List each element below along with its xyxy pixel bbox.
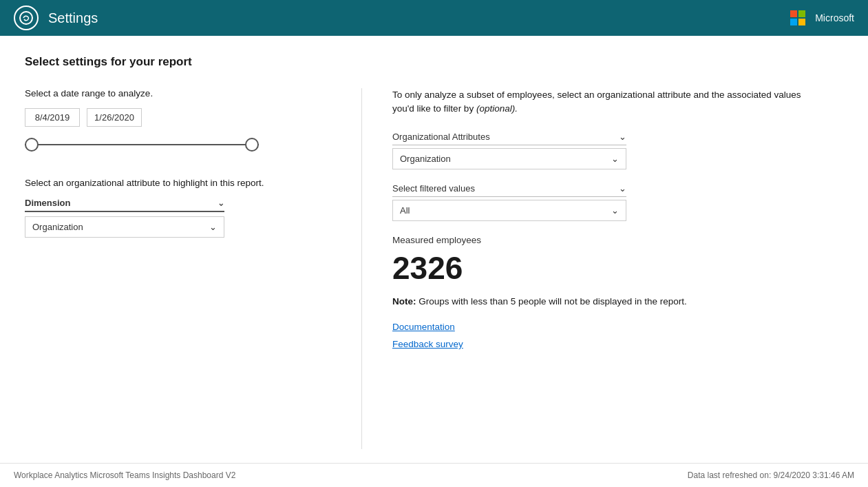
dimension-value: Organization: [32, 222, 83, 232]
app-logo-icon: [14, 6, 39, 30]
app-title: Settings: [48, 10, 98, 26]
org-attr-label: Organizational Attributes: [392, 132, 490, 142]
org-attr-dropdown[interactable]: Organization ⌄: [392, 148, 626, 169]
description-optional: (optional).: [476, 103, 518, 114]
filtered-values-chevron-icon: ⌄: [619, 183, 626, 194]
svg-point-0: [20, 12, 32, 24]
left-column: Select a date range to analyze. 8/4/2019…: [25, 88, 362, 449]
slider-thumb-right[interactable]: [245, 138, 259, 152]
note-text: Note: Groups with less than 5 people wil…: [392, 296, 843, 307]
ms-logo-green: [798, 10, 805, 17]
date-end-input[interactable]: 1/26/2020: [87, 108, 142, 127]
microsoft-logo-icon: [790, 10, 805, 25]
measured-label: Measured employees: [392, 235, 843, 245]
main-content: Select settings for your report Select a…: [0, 36, 868, 463]
filtered-values-label-row: Select filtered values ⌄: [392, 183, 626, 197]
right-column: To only analyze a subset of employees, s…: [362, 88, 843, 449]
measured-number: 2326: [392, 251, 843, 286]
header-left: Settings: [14, 6, 98, 30]
documentation-link[interactable]: Documentation: [392, 322, 843, 332]
footer-right-text: Data last refreshed on: 9/24/2020 3:31:4…: [688, 470, 854, 480]
filtered-values-section: Select filtered values ⌄ All ⌄: [392, 183, 843, 221]
org-attr-value: Organization: [400, 154, 451, 164]
ms-logo-red: [790, 10, 797, 17]
org-attr-section: Organizational Attributes ⌄ Organization…: [392, 132, 843, 169]
highlight-label: Select an organizational attribute to hi…: [25, 178, 334, 188]
slider-track: [25, 144, 259, 145]
ms-logo-blue: [790, 19, 797, 25]
content-columns: Select a date range to analyze. 8/4/2019…: [25, 88, 843, 449]
app-header: Settings Microsoft: [0, 0, 868, 36]
dimension-dropdown-label: Dimension ⌄: [25, 198, 224, 212]
microsoft-label: Microsoft: [815, 12, 854, 23]
header-right: Microsoft: [790, 10, 854, 25]
app-footer: Workplace Analytics Microsoft Teams Insi…: [0, 463, 868, 487]
dimension-chevron-icon: ⌄: [218, 198, 224, 208]
date-range-slider[interactable]: [25, 136, 259, 153]
filtered-values-dropdown[interactable]: All ⌄: [392, 200, 626, 221]
page-title: Select settings for your report: [25, 55, 843, 69]
date-range-label: Select a date range to analyze.: [25, 88, 334, 99]
dimension-label-text: Dimension: [25, 198, 70, 208]
right-description: To only analyze a subset of employees, s…: [392, 88, 805, 116]
description-text: To only analyze a subset of employees, s…: [392, 90, 801, 114]
feedback-link[interactable]: Feedback survey: [392, 339, 843, 349]
dimension-select-chevron-icon: ⌄: [209, 222, 217, 232]
footer-left-text: Workplace Analytics Microsoft Teams Insi…: [14, 470, 235, 480]
ms-logo-yellow: [798, 19, 805, 25]
filtered-values-label: Select filtered values: [392, 183, 475, 194]
filtered-values-value: All: [400, 205, 410, 216]
date-inputs: 8/4/2019 1/26/2020: [25, 108, 334, 127]
org-attr-chevron-icon: ⌄: [619, 132, 626, 142]
slider-thumb-left[interactable]: [25, 138, 39, 152]
date-start-input[interactable]: 8/4/2019: [25, 108, 80, 127]
org-attr-select-chevron-icon: ⌄: [611, 154, 619, 164]
org-attr-label-row: Organizational Attributes ⌄: [392, 132, 626, 145]
note-body: Groups with less than 5 people will not …: [416, 296, 687, 307]
note-prefix: Note:: [392, 296, 416, 307]
dimension-dropdown[interactable]: Organization ⌄: [25, 216, 224, 238]
filtered-values-select-chevron-icon: ⌄: [611, 205, 619, 216]
